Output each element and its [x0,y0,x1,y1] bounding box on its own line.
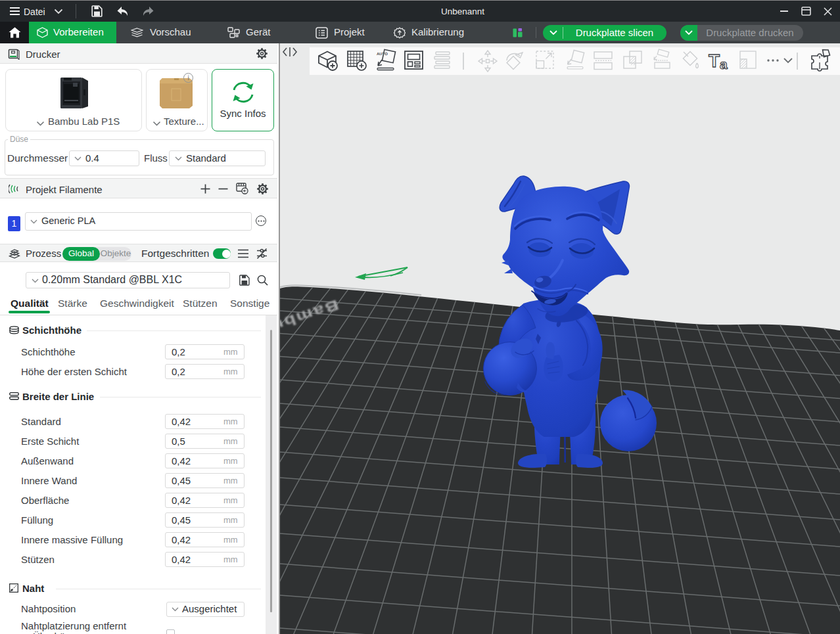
svg-text:T: T [709,51,720,71]
svg-text:AUTO: AUTO [377,52,388,56]
svg-text:a: a [720,57,728,72]
